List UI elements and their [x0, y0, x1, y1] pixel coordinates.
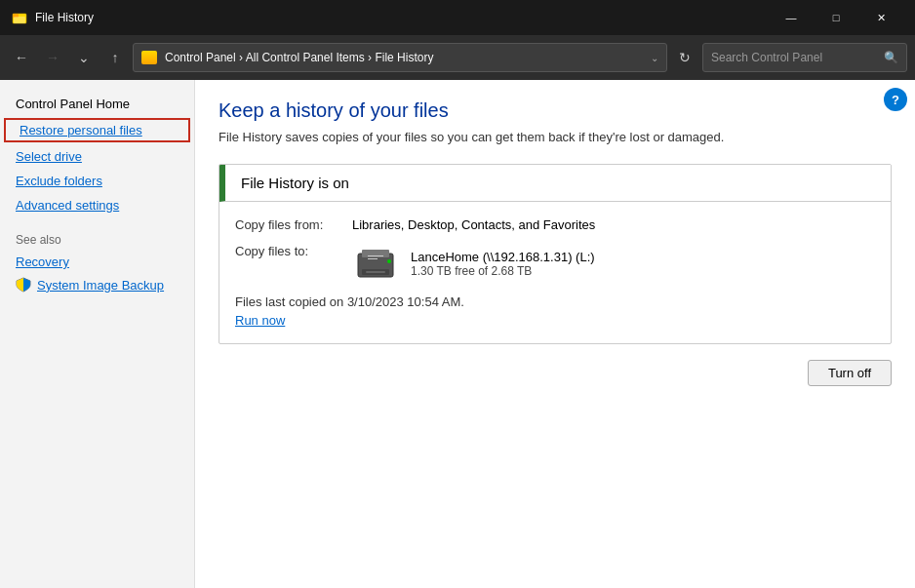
copy-to-row: Copy files to:	[235, 244, 875, 283]
drive-space: 1.30 TB free of 2.68 TB	[411, 264, 595, 278]
copy-from-row: Copy files from: Libraries, Desktop, Con…	[235, 217, 875, 232]
svg-rect-8	[368, 255, 383, 256]
window-title: File History	[35, 11, 769, 24]
page-subtitle: File History saves copies of your files …	[219, 130, 892, 144]
file-history-status-box: File History is on Copy files from: Libr…	[219, 164, 892, 344]
refresh-button[interactable]: ↻	[671, 44, 698, 71]
search-box[interactable]: 🔍	[702, 43, 907, 72]
sidebar-item-select-drive[interactable]: Select drive	[0, 144, 194, 169]
svg-rect-2	[14, 17, 25, 23]
back-button[interactable]: ←	[8, 44, 35, 71]
sidebar-item-recovery[interactable]: Recovery	[0, 251, 194, 273]
copy-to-label: Copy files to:	[235, 244, 352, 258]
sidebar: Control Panel Home Restore personal file…	[0, 80, 195, 588]
sidebar-item-home[interactable]: Control Panel Home	[0, 92, 194, 116]
svg-rect-7	[366, 271, 385, 273]
sidebar-item-restore-personal-files[interactable]: Restore personal files	[4, 118, 190, 142]
path-chevron-icon: ⌄	[651, 53, 658, 63]
svg-point-6	[387, 259, 391, 263]
app-icon	[12, 10, 27, 25]
folder-icon	[141, 51, 157, 64]
sidebar-item-exclude-folders[interactable]: Exclude folders	[0, 169, 194, 193]
search-icon: 🔍	[884, 51, 898, 64]
windows-shield-icon	[16, 277, 31, 293]
drive-details: LanceHome (\\192.168.1.31) (L:) 1.30 TB …	[411, 250, 595, 278]
content-area: ? Keep a history of your files File Hist…	[195, 80, 915, 588]
drive-icon	[352, 244, 399, 283]
search-input[interactable]	[711, 51, 878, 64]
status-header: File History is on	[219, 165, 891, 202]
system-image-backup-label: System Image Backup	[37, 278, 164, 293]
maximize-button[interactable]: □	[814, 0, 858, 35]
minimize-button[interactable]: —	[769, 0, 814, 35]
drive-info: LanceHome (\\192.168.1.31) (L:) 1.30 TB …	[352, 244, 595, 283]
drive-name: LanceHome (\\192.168.1.31) (L:)	[411, 250, 595, 264]
help-button[interactable]: ?	[884, 88, 907, 111]
copy-from-value: Libraries, Desktop, Contacts, and Favori…	[352, 217, 595, 232]
sidebar-item-advanced-settings[interactable]: Advanced settings	[0, 193, 194, 217]
dropdown-button[interactable]: ⌄	[70, 44, 98, 71]
path-text: Control Panel › All Control Panel Items …	[165, 51, 433, 64]
copy-from-label: Copy files from:	[235, 217, 352, 232]
see-also-label: See also	[0, 217, 194, 251]
forward-button[interactable]: →	[39, 44, 66, 71]
svg-rect-9	[368, 258, 378, 259]
last-copied-text: Files last copied on 3/10/2023 10:54 AM.	[235, 294, 875, 309]
address-bar: ← → ⌄ ↑ Control Panel › All Control Pane…	[0, 35, 915, 80]
turn-off-button[interactable]: Turn off	[808, 360, 892, 386]
page-title: Keep a history of your files	[219, 99, 892, 122]
title-bar: File History — □ ✕	[0, 0, 915, 35]
last-copied-section: Files last copied on 3/10/2023 10:54 AM.…	[235, 294, 875, 328]
status-body: Copy files from: Libraries, Desktop, Con…	[219, 202, 891, 343]
up-button[interactable]: ↑	[101, 44, 129, 71]
window-controls: — □ ✕	[769, 0, 903, 35]
main-layout: Control Panel Home Restore personal file…	[0, 80, 915, 588]
run-now-link[interactable]: Run now	[235, 313, 285, 328]
close-button[interactable]: ✕	[858, 0, 903, 35]
turn-off-area: Turn off	[219, 360, 892, 386]
address-path-bar[interactable]: Control Panel › All Control Panel Items …	[133, 43, 667, 72]
sidebar-item-system-image-backup[interactable]: System Image Backup	[0, 273, 194, 296]
